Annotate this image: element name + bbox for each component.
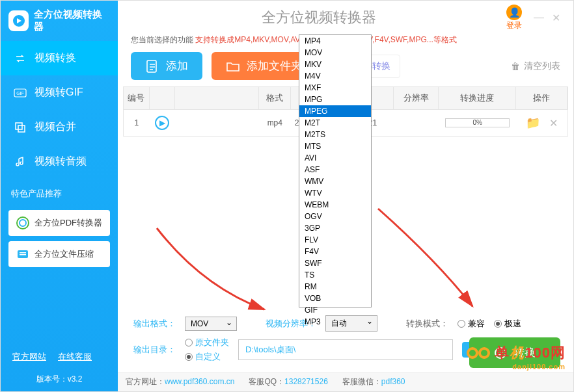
- dropdown-option[interactable]: MPG: [299, 94, 371, 105]
- format-dropdown[interactable]: MP4MOVMKVM4VMXFMPGMPEGM2TM2TSMTSAVIASFWM…: [299, 34, 372, 307]
- merge-icon: [14, 121, 27, 134]
- footer-site-link[interactable]: www.pdf360.com.cn: [165, 377, 234, 386]
- th-action: 操作: [516, 87, 567, 109]
- svg-text:GIF: GIF: [16, 91, 24, 96]
- audio-icon: [14, 155, 27, 168]
- nav-video-convert[interactable]: 视频转换: [1, 41, 118, 75]
- pdf-icon: [16, 216, 29, 229]
- th-name: [175, 87, 258, 109]
- gif-icon: GIF: [14, 86, 27, 99]
- folder-icon: [226, 59, 240, 73]
- cell-format: mp4: [259, 116, 291, 130]
- link-official-site[interactable]: 官方网站: [12, 351, 46, 363]
- app-logo: 全方位视频转换器: [1, 1, 118, 41]
- mode-fast-radio[interactable]: 极速: [494, 318, 521, 330]
- nav-label: 视频转换: [34, 51, 76, 65]
- th-num: 编号: [124, 87, 150, 109]
- th-res: 分辨率: [394, 87, 439, 109]
- output-format-label: 输出格式：: [133, 318, 176, 330]
- close-button[interactable]: ✕: [552, 12, 560, 24]
- dropdown-option[interactable]: M2T: [299, 117, 371, 129]
- product-label: 全方位文件压缩: [34, 248, 94, 260]
- remove-icon[interactable]: ✕: [549, 118, 558, 129]
- dropdown-option[interactable]: FLV: [299, 234, 371, 246]
- titlebar: 全方位视频转换器 👤 登录 — ✕: [118, 1, 573, 34]
- compress-icon: [16, 248, 29, 261]
- svg-point-5: [17, 217, 29, 229]
- nav-label: 视频转音频: [34, 155, 87, 168]
- dropdown-option[interactable]: WEBM: [299, 199, 371, 211]
- open-folder-icon[interactable]: 📁: [526, 116, 540, 129]
- login-button[interactable]: 👤 登录: [506, 5, 522, 31]
- cell-res: [394, 120, 439, 125]
- product-pdf-converter[interactable]: 全方位PDF转换器: [8, 210, 110, 236]
- output-path-input[interactable]: D:\tools\桌面\: [238, 339, 453, 360]
- footer-wx[interactable]: pdf360: [381, 377, 405, 386]
- dir-original-radio[interactable]: 原文件夹: [185, 337, 229, 348]
- dropdown-option[interactable]: MPEG: [299, 105, 371, 117]
- dir-custom-radio[interactable]: 自定义: [185, 351, 229, 363]
- link-online-service[interactable]: 在线客服: [58, 351, 92, 363]
- svg-rect-10: [147, 60, 156, 72]
- mode-label: 转换模式：: [406, 318, 448, 330]
- nav-label: 视频合并: [34, 120, 76, 134]
- dropdown-option[interactable]: AVI: [299, 152, 371, 164]
- svg-rect-9: [20, 254, 26, 255]
- dropdown-option[interactable]: OGV: [299, 211, 371, 222]
- trash-icon: 🗑: [511, 61, 520, 72]
- footer: 官方网址：www.pdf360.com.cn 客服QQ：1328271526 客…: [118, 372, 573, 391]
- app-name: 全方位视频转换器: [34, 8, 110, 33]
- dropdown-option[interactable]: MTS: [299, 140, 371, 152]
- th-progress: 转换进度: [439, 87, 516, 109]
- version-text: 版本号：v3.2: [1, 374, 118, 385]
- svg-rect-4: [18, 125, 25, 132]
- sidebar-links: 官方网站 在线客服: [1, 351, 118, 363]
- output-format-select[interactable]: MOV: [185, 317, 237, 331]
- mode-compat-radio[interactable]: 兼容: [458, 318, 485, 330]
- cell-num: 1: [124, 116, 150, 130]
- dropdown-option[interactable]: MKV: [299, 59, 371, 70]
- convert-icon: [14, 52, 27, 65]
- logo-icon: [8, 10, 29, 31]
- product-label: 全方位PDF转换器: [34, 217, 102, 229]
- dropdown-option[interactable]: MP3: [299, 316, 371, 328]
- progress-bar: 0%: [445, 118, 510, 127]
- clear-list-button[interactable]: 🗑 清空列表: [511, 60, 560, 72]
- dropdown-option[interactable]: MOV: [299, 47, 371, 59]
- dropdown-option[interactable]: WMV: [299, 176, 371, 187]
- dropdown-option[interactable]: VOB: [299, 293, 371, 304]
- th-play: [150, 87, 176, 109]
- dropdown-option[interactable]: MXF: [299, 82, 371, 94]
- dropdown-option[interactable]: M4V: [299, 70, 371, 82]
- output-dir-label: 输出目录：: [133, 344, 176, 356]
- window-title: 全方位视频转换器: [131, 8, 506, 27]
- footer-qq[interactable]: 1328271526: [284, 377, 328, 386]
- user-icon: 👤: [506, 5, 522, 20]
- dropdown-option[interactable]: TS: [299, 269, 371, 281]
- play-icon[interactable]: ▶: [155, 116, 169, 130]
- dropdown-option[interactable]: SWF: [299, 257, 371, 269]
- nav-video-gif[interactable]: GIF 视频转GIF: [1, 75, 118, 110]
- dropdown-option[interactable]: ASF: [299, 164, 371, 176]
- product-file-compress[interactable]: 全方位文件压缩: [8, 241, 110, 267]
- svg-point-6: [20, 220, 26, 226]
- add-file-button[interactable]: 添加: [131, 52, 202, 80]
- nav-video-audio[interactable]: 视频转音频: [1, 144, 118, 179]
- dropdown-option[interactable]: M2TS: [299, 129, 371, 140]
- dropdown-option[interactable]: MP4: [299, 35, 371, 47]
- dropdown-option[interactable]: F4V: [299, 246, 371, 257]
- dropdown-option[interactable]: GIF: [299, 304, 371, 316]
- dropdown-option[interactable]: 3GP: [299, 222, 371, 234]
- file-icon: [145, 59, 159, 73]
- watermark: 单机100网 danji100.com: [467, 343, 566, 371]
- svg-rect-8: [20, 252, 26, 254]
- th-format: 格式: [259, 87, 291, 109]
- featured-title: 特色产品推荐: [1, 179, 118, 205]
- minimize-button[interactable]: —: [534, 12, 544, 24]
- dropdown-option[interactable]: RM: [299, 281, 371, 293]
- nav-label: 视频转GIF: [34, 86, 83, 99]
- dropdown-option[interactable]: WTV: [299, 187, 371, 199]
- cell-name: [175, 120, 258, 125]
- svg-rect-3: [16, 123, 22, 129]
- nav-video-merge[interactable]: 视频合并: [1, 110, 118, 144]
